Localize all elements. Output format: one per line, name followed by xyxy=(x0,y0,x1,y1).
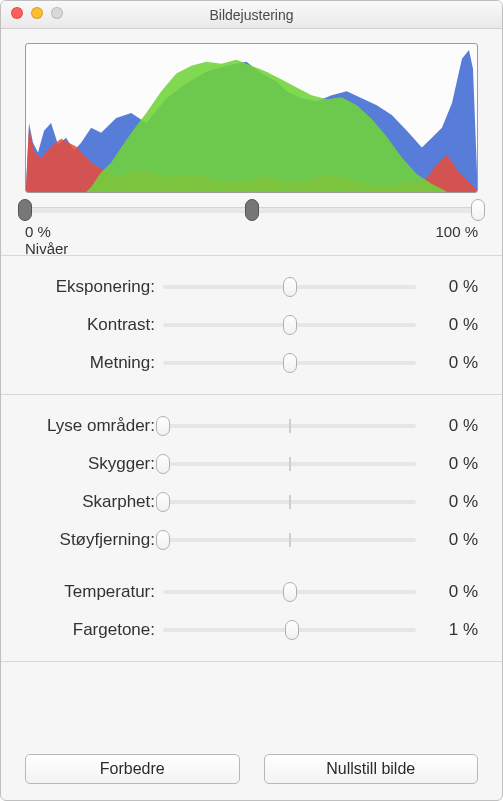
histogram xyxy=(25,43,478,193)
titlebar[interactable]: Bildejustering xyxy=(1,1,502,29)
tint-label: Fargetone: xyxy=(25,620,163,640)
reset-button[interactable]: Nullstill bilde xyxy=(264,754,479,784)
sharpness-thumb[interactable] xyxy=(156,492,170,512)
traffic-lights xyxy=(11,7,63,19)
shadows-value: 0 % xyxy=(416,454,478,474)
divider xyxy=(1,661,502,662)
highlights-slider[interactable] xyxy=(163,415,416,437)
window-title: Bildejustering xyxy=(1,7,502,23)
denoise-value: 0 % xyxy=(416,530,478,550)
contrast-label: Kontrast: xyxy=(25,315,163,335)
saturation-slider[interactable] xyxy=(163,352,416,374)
tint-row: Fargetone:1 % xyxy=(25,611,478,649)
close-icon[interactable] xyxy=(11,7,23,19)
contrast-row: Kontrast:0 % xyxy=(25,306,478,344)
temperature-value: 0 % xyxy=(416,582,478,602)
shadows-label: Skygger: xyxy=(25,454,163,474)
sharpness-value: 0 % xyxy=(416,492,478,512)
exposure-slider[interactable] xyxy=(163,276,416,298)
levels-mid-label: Nivåer xyxy=(25,240,68,257)
tint-value: 1 % xyxy=(416,620,478,640)
temperature-thumb[interactable] xyxy=(283,582,297,602)
levels-control: 0 % 100 % Nivåer xyxy=(25,199,478,243)
levels-white-point[interactable] xyxy=(471,199,485,221)
saturation-label: Metning: xyxy=(25,353,163,373)
exposure-row: Eksponering:0 % xyxy=(25,268,478,306)
levels-min-label: 0 % xyxy=(25,223,51,240)
sharpness-row: Skarphet:0 % xyxy=(25,483,478,521)
exposure-thumb[interactable] xyxy=(283,277,297,297)
contrast-thumb[interactable] xyxy=(283,315,297,335)
highlights-thumb[interactable] xyxy=(156,416,170,436)
shadows-thumb[interactable] xyxy=(156,454,170,474)
exposure-value: 0 % xyxy=(416,277,478,297)
shadows-row: Skygger:0 % xyxy=(25,445,478,483)
exposure-label: Eksponering: xyxy=(25,277,163,297)
sharpness-slider[interactable] xyxy=(163,491,416,513)
temperature-row: Temperatur:0 % xyxy=(25,573,478,611)
sliders-list: Eksponering:0 %Kontrast:0 %Metning:0 %Ly… xyxy=(25,268,478,674)
highlights-row: Lyse områder:0 % xyxy=(25,407,478,445)
denoise-thumb[interactable] xyxy=(156,530,170,550)
temperature-slider[interactable] xyxy=(163,581,416,603)
shadows-slider[interactable] xyxy=(163,453,416,475)
levels-mid-point[interactable] xyxy=(245,199,259,221)
denoise-row: Støyfjerning:0 % xyxy=(25,521,478,559)
levels-black-point[interactable] xyxy=(18,199,32,221)
contrast-slider[interactable] xyxy=(163,314,416,336)
saturation-value: 0 % xyxy=(416,353,478,373)
saturation-thumb[interactable] xyxy=(283,353,297,373)
image-adjust-window: Bildejustering 0 % 100 % Nivåer xyxy=(0,0,503,801)
denoise-slider[interactable] xyxy=(163,529,416,551)
levels-track[interactable] xyxy=(25,199,478,221)
highlights-label: Lyse områder: xyxy=(25,416,163,436)
enhance-button[interactable]: Forbedre xyxy=(25,754,240,784)
denoise-label: Støyfjerning: xyxy=(25,530,163,550)
contrast-value: 0 % xyxy=(416,315,478,335)
temperature-label: Temperatur: xyxy=(25,582,163,602)
tint-thumb[interactable] xyxy=(285,620,299,640)
button-row: Forbedre Nullstill bilde xyxy=(25,746,478,784)
content-area: 0 % 100 % Nivåer Eksponering:0 %Kontrast… xyxy=(1,29,502,800)
sharpness-label: Skarphet: xyxy=(25,492,163,512)
tint-slider[interactable] xyxy=(163,619,416,641)
minimize-icon[interactable] xyxy=(31,7,43,19)
highlights-value: 0 % xyxy=(416,416,478,436)
divider xyxy=(1,394,502,395)
saturation-row: Metning:0 % xyxy=(25,344,478,382)
levels-max-label: 100 % xyxy=(435,223,478,240)
zoom-icon xyxy=(51,7,63,19)
